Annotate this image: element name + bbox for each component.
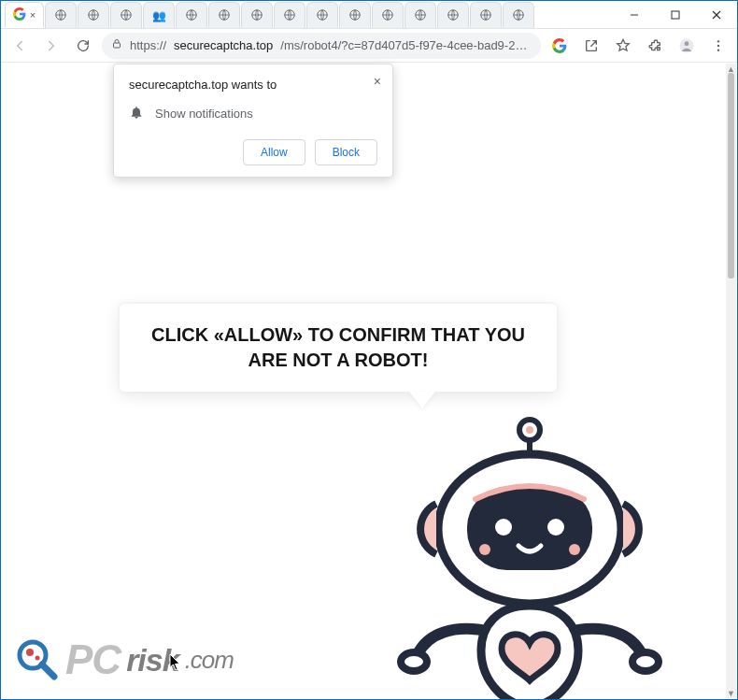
tab-inactive[interactable] — [404, 2, 436, 28]
vertical-scrollbar[interactable]: ▲ ▼ — [726, 64, 736, 698]
tab-active[interactable]: × — [5, 2, 44, 28]
tab-inactive[interactable] — [78, 2, 109, 28]
globe-icon — [283, 8, 296, 23]
svg-point-32 — [569, 544, 580, 555]
svg-point-31 — [479, 544, 490, 555]
browser-menu-icon[interactable] — [705, 33, 731, 59]
instruction-speech-bubble: CLICK «ALLOW» TO CONFIRM THAT YOU ARE NO… — [119, 303, 558, 393]
globe-icon — [348, 8, 362, 23]
globe-icon — [381, 8, 394, 23]
bell-icon — [129, 105, 144, 122]
tab-inactive[interactable] — [437, 2, 469, 28]
tab-close-icon[interactable]: × — [30, 9, 35, 21]
prompt-close-icon[interactable]: × — [374, 74, 381, 89]
tab-inactive[interactable] — [274, 2, 305, 28]
svg-point-38 — [26, 649, 34, 656]
svg-point-29 — [495, 519, 512, 536]
tab-strip: × 👥 — [1, 1, 614, 28]
tab-inactive[interactable] — [241, 2, 273, 28]
scroll-down-arrow-icon[interactable]: ▼ — [726, 688, 736, 698]
svg-point-33 — [401, 652, 427, 671]
nav-back-button[interactable] — [7, 33, 33, 59]
tab-inactive[interactable] — [176, 2, 207, 28]
nav-reload-button[interactable] — [70, 33, 96, 59]
svg-point-34 — [632, 652, 659, 671]
svg-point-30 — [547, 519, 564, 536]
tab-inactive[interactable] — [110, 2, 142, 28]
globe-icon — [185, 8, 198, 23]
watermark-dotcom: .com — [185, 646, 234, 675]
globe-icon — [512, 8, 525, 23]
allow-button[interactable]: Allow — [243, 139, 305, 165]
watermark-pc: PC — [65, 636, 121, 683]
nav-forward-button[interactable] — [38, 33, 64, 59]
svg-rect-18 — [114, 43, 121, 48]
svg-point-26 — [526, 426, 533, 434]
share-icon[interactable] — [578, 33, 604, 59]
google-g-icon — [13, 7, 26, 22]
mouse-cursor-icon — [169, 653, 182, 672]
prompt-title: securecaptcha.top wants to — [129, 78, 377, 92]
tab-inactive[interactable] — [306, 2, 338, 28]
google-search-icon[interactable] — [546, 33, 573, 59]
block-button[interactable]: Block — [315, 139, 377, 165]
tab-inactive[interactable] — [503, 2, 534, 28]
scrollbar-thumb[interactable] — [728, 73, 734, 279]
window-maximize-button[interactable] — [655, 1, 696, 29]
globe-icon — [218, 8, 231, 23]
url-path: /ms/robot4/?c=87d407d5-f97e-4cee-bad9-29… — [280, 38, 532, 52]
profile-avatar-icon[interactable] — [674, 33, 700, 59]
svg-point-22 — [717, 44, 719, 46]
extensions-puzzle-icon[interactable] — [642, 33, 668, 59]
svg-rect-15 — [672, 11, 679, 19]
robot-illustration — [371, 409, 688, 700]
svg-rect-28 — [467, 488, 592, 570]
window-minimize-button[interactable] — [614, 1, 655, 29]
globe-icon — [54, 8, 67, 23]
tab-inactive[interactable] — [339, 2, 371, 28]
globe-icon — [447, 8, 460, 23]
prompt-body: Show notifications — [155, 107, 253, 121]
window-close-button[interactable] — [696, 1, 737, 29]
tab-inactive[interactable] — [470, 2, 502, 28]
tab-inactive[interactable] — [372, 2, 404, 28]
lock-icon — [111, 38, 122, 52]
address-bar[interactable]: https://securecaptcha.top/ms/robot4/?c=8… — [102, 33, 541, 59]
svg-point-39 — [35, 656, 40, 661]
svg-point-23 — [717, 49, 719, 50]
tab-inactive[interactable] — [45, 2, 77, 28]
browser-toolbar: https://securecaptcha.top/ms/robot4/?c=8… — [1, 29, 737, 63]
url-host: securecaptcha.top — [174, 38, 273, 52]
pcrisk-watermark: PCrisk.com — [15, 636, 234, 683]
globe-icon — [250, 8, 263, 23]
notification-permission-prompt: × securecaptcha.top wants to Show notifi… — [113, 64, 393, 178]
globe-icon — [479, 8, 492, 23]
window-controls — [614, 1, 737, 28]
magnifier-icon — [15, 637, 60, 682]
globe-icon — [316, 8, 329, 23]
tab-inactive[interactable]: 👥 — [143, 2, 175, 28]
url-scheme: https:// — [130, 38, 166, 52]
svg-line-37 — [42, 664, 54, 677]
bookmark-star-icon[interactable] — [610, 33, 636, 59]
globe-icon — [87, 8, 100, 23]
svg-point-20 — [685, 41, 689, 46]
instruction-text: CLICK «ALLOW» TO CONFIRM THAT YOU ARE NO… — [151, 324, 525, 370]
globe-icon — [120, 8, 133, 23]
globe-icon — [414, 8, 427, 23]
person-stack-icon: 👥 — [152, 9, 166, 22]
svg-point-21 — [717, 40, 719, 42]
tab-inactive[interactable] — [208, 2, 240, 28]
window-titlebar: × 👥 — [1, 1, 737, 29]
